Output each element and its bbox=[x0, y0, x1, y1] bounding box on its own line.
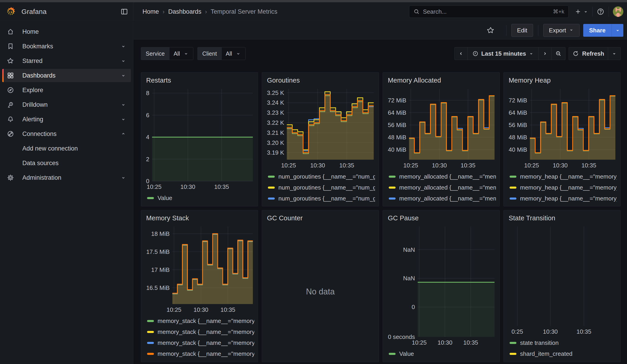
legend-item[interactable]: num_goroutines {__name__="num_go bbox=[268, 193, 375, 204]
share-caret-button[interactable] bbox=[612, 24, 623, 37]
legend-item[interactable]: memory_heap {__name__="memory_h bbox=[510, 171, 617, 182]
legend-label: memory_heap {__name__="memory_h bbox=[520, 173, 617, 180]
sidebar-item-label: Starred bbox=[22, 57, 43, 64]
panel-title[interactable]: Memory Allocated bbox=[386, 76, 496, 86]
legend-item[interactable]: memory_stack {__name__="memory_s bbox=[147, 315, 254, 326]
sidebar-item-alerting[interactable]: Alerting bbox=[2, 113, 131, 126]
export-button[interactable]: Export bbox=[543, 24, 579, 37]
time-range-picker[interactable]: Last 15 minutes bbox=[468, 48, 538, 60]
dashboard-main: ServiceAllClientAll Last 15 minutes bbox=[134, 40, 627, 364]
chart-area[interactable]: 72 MiB64 MiB56 MiB48 MiB40 MiB10:2510:30… bbox=[507, 86, 617, 169]
chevron-down-icon[interactable] bbox=[120, 43, 126, 49]
breadcrumb-home[interactable]: Home bbox=[143, 8, 159, 15]
sidebar-item-drilldown[interactable]: Drilldown bbox=[2, 98, 131, 111]
legend-item[interactable]: Value bbox=[147, 193, 254, 204]
time-forward-button[interactable] bbox=[538, 48, 551, 60]
window-top-strip bbox=[0, 0, 627, 2]
legend-item[interactable]: state transition bbox=[510, 337, 617, 348]
sidebar-item-dashboards[interactable]: Dashboards bbox=[2, 69, 131, 82]
toolbar-divider bbox=[538, 25, 538, 36]
sidebar-item-explore[interactable]: Explore bbox=[2, 84, 131, 97]
chevron-down-icon[interactable] bbox=[120, 58, 126, 64]
legend-item[interactable]: memory_allocated {__name__="memc bbox=[389, 182, 496, 193]
chevron-up-icon[interactable] bbox=[120, 131, 126, 137]
svg-text:10:35: 10:35 bbox=[461, 162, 475, 169]
sidebar-item-connections[interactable]: Connections bbox=[2, 127, 131, 141]
sidebar-item-add-new-connection[interactable]: Add new connection bbox=[2, 142, 131, 155]
svg-text:64 MiB: 64 MiB bbox=[509, 109, 527, 116]
sidebar-toggle-icon[interactable] bbox=[120, 8, 128, 15]
chart-area[interactable]: NaNNaN00 seconds10:2510:3010:35 bbox=[386, 224, 496, 346]
svg-text:NaN: NaN bbox=[403, 275, 415, 282]
filter-value-dropdown[interactable]: All bbox=[169, 48, 193, 60]
toolbar-divider bbox=[506, 25, 506, 36]
sidebar-item-bookmarks[interactable]: Bookmarks bbox=[2, 40, 131, 53]
svg-text:10:35: 10:35 bbox=[214, 183, 229, 190]
panel-title[interactable]: Memory Stack bbox=[145, 213, 254, 224]
search-box[interactable]: ⌘+k bbox=[409, 5, 569, 18]
user-avatar[interactable] bbox=[613, 6, 623, 17]
panel-title[interactable]: GC Counter bbox=[266, 213, 375, 224]
sidebar-item-data-sources[interactable]: Data sources bbox=[2, 156, 131, 170]
legend-item[interactable]: memory_stack {__name__="memory_s bbox=[147, 326, 254, 337]
legend-item[interactable]: num_goroutines {__name__="num_go bbox=[268, 171, 375, 182]
legend-item[interactable]: Value bbox=[389, 348, 496, 359]
chart-area[interactable]: 8642010:2510:3010:35 bbox=[145, 86, 254, 190]
time-back-button[interactable] bbox=[455, 48, 468, 60]
panel-title[interactable]: State Transition bbox=[507, 213, 617, 224]
edit-button[interactable]: Edit bbox=[511, 24, 533, 37]
legend-label: memory_allocated {__name__="memc bbox=[399, 195, 496, 202]
search-input[interactable] bbox=[423, 8, 553, 15]
favorite-star-icon[interactable] bbox=[487, 26, 495, 34]
chevron-down-icon[interactable] bbox=[120, 73, 126, 78]
legend-color-marker bbox=[389, 353, 396, 355]
panel-title[interactable]: Goroutines bbox=[266, 76, 375, 86]
home-icon bbox=[7, 28, 14, 35]
sidebar-item-home[interactable]: Home bbox=[2, 25, 131, 38]
legend-item[interactable]: memory_heap {__name__="memory_h bbox=[510, 182, 617, 193]
sidebar-item-label: Home bbox=[22, 28, 39, 35]
share-button[interactable]: Share bbox=[583, 24, 612, 37]
brand-name: Grafana bbox=[21, 8, 47, 15]
connections-icon bbox=[7, 130, 14, 138]
svg-text:10:25: 10:25 bbox=[403, 162, 418, 169]
sidebar-item-label: Drilldown bbox=[22, 101, 48, 108]
chevron-down-icon[interactable] bbox=[120, 175, 126, 181]
legend: memory_heap {__name__="memory_hmemory_he… bbox=[507, 169, 617, 204]
add-new-caret-icon[interactable] bbox=[583, 9, 588, 14]
refresh-button[interactable]: Refresh bbox=[569, 48, 608, 60]
panel-title[interactable]: Restarts bbox=[145, 76, 254, 86]
chart-area[interactable]: 72 MiB64 MiB56 MiB48 MiB40 MiB10:2510:30… bbox=[386, 86, 496, 169]
chevron-down-icon[interactable] bbox=[120, 102, 126, 108]
legend-color-marker bbox=[389, 176, 396, 178]
chevron-down-icon[interactable] bbox=[120, 116, 126, 122]
sidebar-item-starred[interactable]: Starred bbox=[2, 54, 131, 67]
legend-color-marker bbox=[268, 176, 275, 178]
zoom-out-button[interactable] bbox=[551, 48, 565, 60]
sidebar-item-label: Administration bbox=[22, 174, 61, 181]
legend-item[interactable]: memory_stack {__name__="memory_s bbox=[147, 337, 254, 348]
panel-gc_counter: GC CounterNo data bbox=[262, 210, 379, 362]
chart-area[interactable]: No data bbox=[266, 224, 375, 359]
breadcrumb-dashboards[interactable]: Dashboards bbox=[168, 8, 202, 15]
legend-color-marker bbox=[510, 176, 517, 178]
chart-area[interactable]: 0:2510:3010:35 bbox=[507, 224, 617, 335]
sidebar-item-administration[interactable]: Administration bbox=[2, 171, 131, 184]
legend-item[interactable]: memory_stack {__name__="memory_s bbox=[147, 348, 254, 359]
legend-item[interactable]: memory_allocated {__name__="memc bbox=[389, 171, 496, 182]
add-new-button[interactable] bbox=[575, 8, 581, 15]
chart-area[interactable]: 18 MiB17.5 MiB17 MiB16.5 MiB10:2510:3010… bbox=[145, 224, 254, 313]
svg-text:16.5 MiB: 16.5 MiB bbox=[146, 284, 170, 291]
chart-area[interactable]: 3.25 K3.24 K3.23 K3.22 K3.21 K3.20 K3.19… bbox=[266, 86, 375, 169]
refresh-interval-caret[interactable] bbox=[608, 48, 620, 60]
svg-text:3.25 K: 3.25 K bbox=[267, 89, 284, 96]
panel-title[interactable]: Memory Heap bbox=[507, 76, 617, 86]
help-icon[interactable] bbox=[597, 8, 604, 15]
filter-value-dropdown[interactable]: All bbox=[221, 48, 245, 60]
legend-item[interactable]: num_goroutines {__name__="num_go bbox=[268, 182, 375, 193]
legend-item[interactable]: memory_heap {__name__="memory_h bbox=[510, 193, 617, 204]
legend-item[interactable]: shard_item_created bbox=[510, 348, 617, 359]
legend-item[interactable]: memory_allocated {__name__="memc bbox=[389, 193, 496, 204]
panel-title[interactable]: GC Pause bbox=[386, 213, 496, 224]
legend-color-marker bbox=[510, 187, 517, 189]
